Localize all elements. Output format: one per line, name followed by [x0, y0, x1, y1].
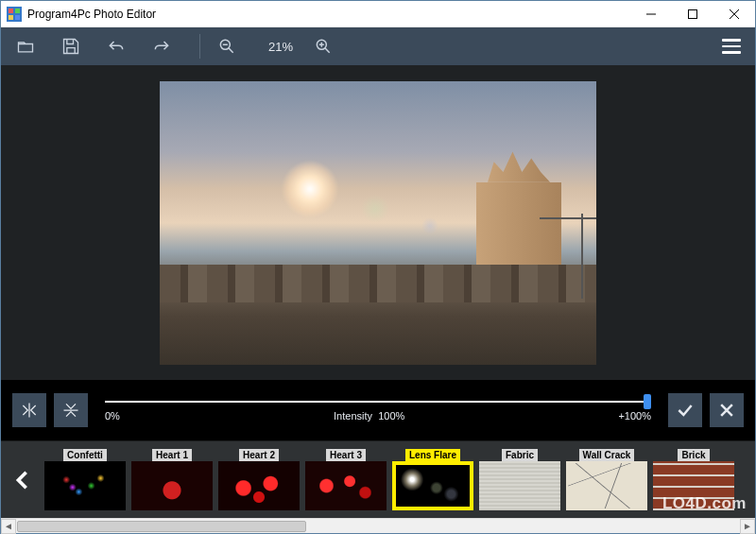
effect-thumb[interactable]: Confetti	[44, 449, 126, 510]
app-icon	[7, 7, 22, 22]
effect-thumb-image	[305, 461, 387, 510]
effects-thumbnails: ConfettiHeart 1Heart 2Heart 3Lens FlareF…	[44, 447, 755, 512]
svg-rect-4	[15, 15, 20, 20]
app-window: Program4Pc Photo Editor	[0, 0, 756, 534]
city-foreground	[160, 284, 596, 365]
effect-thumb[interactable]: Heart 1	[131, 449, 213, 510]
scroll-right-button[interactable]: ►	[740, 519, 755, 534]
effect-thumb-label: Confetti	[63, 449, 107, 461]
effect-thumb[interactable]: Lens Flare	[392, 449, 473, 510]
scroll-track[interactable]	[17, 521, 739, 532]
close-button[interactable]	[713, 1, 755, 27]
titlebar: Program4Pc Photo Editor	[1, 1, 755, 27]
compare-vertical-button[interactable]	[54, 393, 88, 427]
minimize-button[interactable]	[630, 1, 672, 27]
photo-preview	[160, 81, 596, 365]
toolbar-divider	[199, 34, 200, 59]
hamburger-icon	[722, 39, 741, 42]
scroll-thumb[interactable]	[17, 521, 306, 532]
intensity-slider-area: 0% Intensity 100% +100%	[105, 399, 651, 422]
effect-thumb-image	[653, 461, 734, 510]
slider-min-label: 0%	[105, 410, 120, 422]
effect-thumb[interactable]: Heart 2	[218, 449, 300, 510]
apply-button[interactable]	[668, 393, 702, 427]
horizontal-scrollbar: ◄ ►	[1, 518, 755, 533]
effect-thumb-label: Heart 2	[239, 449, 279, 461]
effect-thumb-image	[392, 461, 473, 510]
slider-thumb[interactable]	[644, 394, 651, 409]
canvas-area[interactable]	[1, 65, 755, 380]
effect-thumb-image	[44, 461, 126, 510]
effects-row: ConfettiHeart 1Heart 2Heart 3Lens FlareF…	[1, 440, 755, 518]
compare-horizontal-button[interactable]	[12, 393, 46, 427]
effect-thumb-label: Brick	[678, 449, 709, 461]
effect-thumb-label: Heart 3	[326, 449, 366, 461]
save-button[interactable]	[54, 31, 88, 61]
effect-controls: 0% Intensity 100% +100%	[1, 380, 755, 440]
svg-rect-2	[15, 9, 20, 13]
effect-thumb-label: Wall Crack	[579, 449, 635, 461]
window-title: Program4Pc Photo Editor	[27, 8, 630, 21]
effect-thumb-label: Fabric	[502, 449, 538, 461]
maximize-button[interactable]	[672, 1, 713, 27]
crane	[581, 214, 583, 299]
effects-prev-button[interactable]	[1, 441, 44, 518]
effect-thumb-image	[218, 461, 300, 510]
effect-thumb[interactable]: Heart 3	[305, 449, 387, 510]
intensity-slider[interactable]	[105, 399, 651, 405]
effect-thumb[interactable]: Brick	[653, 449, 734, 510]
effect-thumb[interactable]: Fabric	[479, 449, 560, 510]
effect-thumb-image	[479, 461, 560, 510]
svg-rect-3	[9, 15, 13, 20]
scroll-left-button[interactable]: ◄	[1, 519, 16, 534]
slider-max-label: +100%	[618, 410, 651, 422]
slider-param-label: Intensity 100%	[334, 410, 404, 422]
cancel-button[interactable]	[710, 393, 744, 427]
zoom-in-button[interactable]	[306, 31, 340, 61]
effect-thumb-image	[131, 461, 213, 510]
main-toolbar: 21%	[1, 27, 755, 65]
effect-thumb-label: Heart 1	[152, 449, 192, 461]
effect-thumb-image	[566, 461, 647, 510]
effect-thumb-label: Lens Flare	[405, 449, 460, 461]
svg-rect-1	[9, 9, 13, 13]
effect-thumb[interactable]: Wall Crack	[566, 449, 647, 510]
zoom-out-button[interactable]	[210, 31, 244, 61]
menu-button[interactable]	[715, 31, 747, 61]
svg-rect-5	[689, 9, 697, 18]
redo-button[interactable]	[145, 31, 179, 61]
undo-button[interactable]	[99, 31, 133, 61]
open-button[interactable]	[9, 31, 43, 61]
zoom-level: 21%	[268, 40, 293, 54]
